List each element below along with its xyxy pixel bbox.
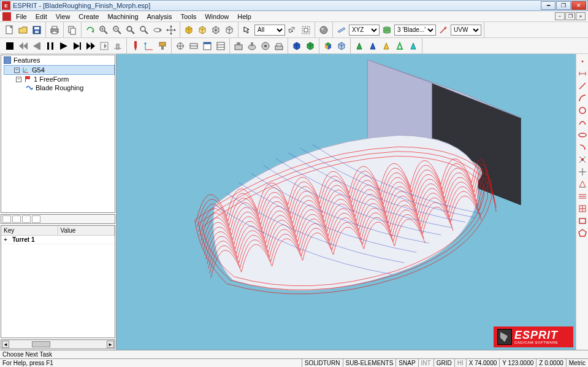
circle-tool-icon[interactable] (578, 106, 587, 115)
snap1-icon[interactable] (578, 155, 587, 164)
menu-help[interactable]: Help (234, 12, 255, 21)
tool-axis-icon[interactable] (143, 40, 155, 52)
scroll-left-icon[interactable]: ◄ (2, 341, 9, 348)
status-hi[interactable]: HI (454, 359, 466, 367)
sim-slider-icon[interactable] (112, 40, 124, 52)
status-snap[interactable]: SNAP (395, 359, 418, 367)
tree-tab-1[interactable] (2, 215, 11, 223)
hidden-line-icon[interactable] (223, 24, 235, 36)
tree-tab-2[interactable] (12, 215, 21, 223)
arc2-tool-icon[interactable] (578, 142, 587, 152)
prism-blue-icon[interactable] (367, 40, 379, 52)
mdi-minimize-button[interactable]: − (555, 12, 565, 20)
open-button[interactable] (17, 24, 29, 36)
prop-row[interactable]: + Turret 1 (1, 236, 115, 244)
menu-file[interactable]: File (12, 12, 31, 21)
maximize-button[interactable]: ❐ (556, 1, 571, 10)
close-button[interactable]: ✕ (571, 1, 586, 10)
snap3-icon[interactable] (578, 179, 587, 189)
line-tool-icon[interactable] (578, 81, 587, 91)
prop-expand-icon[interactable]: + (1, 236, 10, 244)
tree-node-g54[interactable]: − G54 (4, 65, 115, 75)
shade-solid-icon[interactable] (183, 24, 195, 36)
machine3-icon[interactable] (259, 40, 272, 52)
dim-tool-icon[interactable] (578, 69, 587, 79)
ucs-icon[interactable] (437, 24, 449, 36)
menu-analysis[interactable]: Analysis (143, 12, 176, 21)
wireframe-icon[interactable] (210, 24, 222, 36)
cube-trans-icon[interactable] (335, 40, 348, 52)
status-unit[interactable]: Metric (566, 359, 588, 367)
plane-icon[interactable] (335, 24, 348, 36)
sim-step-button[interactable] (71, 40, 83, 52)
zoom-in-button[interactable] (97, 24, 110, 36)
action3-icon[interactable] (201, 40, 213, 52)
copy-button[interactable] (66, 24, 78, 36)
snap2-icon[interactable] (578, 167, 587, 177)
action1-icon[interactable] (174, 40, 186, 52)
uvw-dropdown[interactable]: UVW (451, 25, 481, 36)
zoom-out-button[interactable] (111, 24, 123, 36)
machine2-icon[interactable] (246, 40, 258, 52)
machine1-icon[interactable] (232, 40, 245, 52)
sim-play-button[interactable] (58, 40, 70, 52)
layer-dropdown[interactable]: 3 'Blade...' (394, 25, 436, 36)
tree-tab-4[interactable] (32, 215, 40, 223)
status-subelements[interactable]: SUB-ELEMENTS (343, 359, 396, 367)
mdi-restore-button[interactable]: ❐ (565, 12, 575, 20)
scroll-thumb[interactable] (32, 341, 50, 347)
rotate-button[interactable] (151, 24, 164, 36)
action4-icon[interactable] (215, 40, 227, 52)
arc-tool-icon[interactable] (578, 93, 587, 103)
sim-pause-button[interactable] (44, 40, 56, 52)
redraw-button[interactable] (84, 24, 96, 36)
status-mode[interactable]: SOLIDTURN (302, 359, 343, 367)
tool-holder-icon[interactable] (156, 40, 169, 52)
plane-dropdown[interactable]: XYZ (349, 25, 380, 36)
point-tool-icon[interactable] (578, 56, 587, 66)
zoom-window-button[interactable] (124, 24, 137, 36)
select-arrow-icon[interactable] (241, 24, 253, 36)
cube-multi-icon[interactable] (322, 40, 334, 52)
scroll-right-icon[interactable]: ► (107, 341, 114, 348)
menu-tools[interactable]: Tools (177, 12, 200, 21)
tree-tab-3[interactable] (22, 215, 31, 223)
sim-ffwd-button[interactable] (85, 40, 97, 52)
status-int[interactable]: INT (418, 359, 433, 367)
menu-create[interactable]: Create (75, 12, 102, 21)
sim-loop-button[interactable] (98, 40, 110, 52)
pan-button[interactable] (165, 24, 177, 36)
cube-blue-icon[interactable] (291, 40, 303, 52)
menu-machining[interactable]: Machining (104, 12, 142, 21)
status-grid[interactable]: GRID (433, 359, 454, 367)
tree-expand-icon[interactable]: − (14, 68, 20, 73)
minimize-button[interactable]: ━ (541, 1, 556, 10)
hatch-tool-icon[interactable] (578, 191, 587, 201)
prism-green2-icon[interactable] (394, 40, 406, 52)
print-button[interactable] (48, 24, 61, 36)
menu-view[interactable]: View (52, 12, 74, 21)
new-button[interactable] (4, 24, 16, 36)
zoom-prev-button[interactable] (138, 24, 150, 36)
prism-green-icon[interactable] (353, 40, 365, 52)
menu-window[interactable]: Window (201, 12, 232, 21)
feature-tree[interactable]: Features − G54 − 1 FreeForm Blade Roughi… (1, 55, 115, 213)
grid-tool-icon[interactable] (578, 204, 587, 214)
sim-stop-button[interactable] (4, 40, 16, 52)
sphere-icon[interactable] (318, 24, 330, 36)
3d-viewport[interactable]: ESPRIT CAD/CAM SOFTWARE (116, 54, 576, 350)
action2-icon[interactable] (188, 40, 200, 52)
cube-green-icon[interactable] (304, 40, 316, 52)
shade-wire-icon[interactable] (196, 24, 208, 36)
rect-tool-icon[interactable] (578, 216, 587, 226)
save-button[interactable] (31, 24, 43, 36)
ellipse-tool-icon[interactable] (578, 130, 587, 140)
machine4-icon[interactable] (273, 40, 285, 52)
menu-edit[interactable]: Edit (32, 12, 51, 21)
polygon-tool-icon[interactable] (578, 228, 587, 238)
select-mode-dropdown[interactable]: All (254, 25, 285, 36)
tree-expand-icon[interactable]: − (16, 77, 21, 82)
sim-stepback-button[interactable] (31, 40, 43, 52)
tool-red-icon[interactable] (129, 40, 142, 52)
sim-rewind-button[interactable] (17, 40, 29, 52)
